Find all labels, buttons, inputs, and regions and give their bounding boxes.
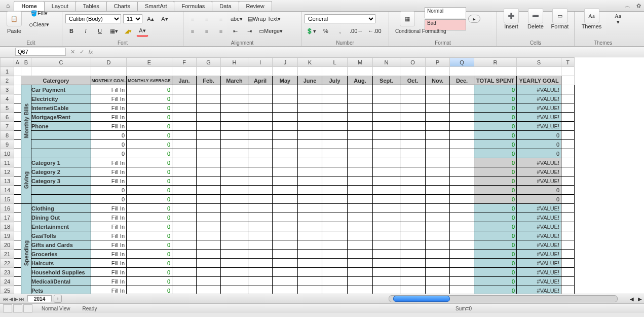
month-cell[interactable] — [322, 113, 348, 122]
yearly-goal[interactable]: 0 — [517, 186, 561, 195]
month-cell[interactable] — [248, 158, 273, 167]
month-cell[interactable] — [221, 149, 248, 158]
dec-decimal-button[interactable]: ←.00 — [366, 26, 383, 36]
month-cell[interactable] — [197, 250, 221, 259]
category-name[interactable]: Mortgage/Rent — [31, 113, 91, 122]
yearly-goal[interactable]: #VALUE! — [517, 158, 561, 167]
month-cell[interactable] — [221, 195, 248, 204]
align-mid-button[interactable]: ≡ — [201, 14, 213, 24]
font-color-button[interactable]: A▾ — [136, 26, 148, 37]
month-cell[interactable] — [450, 286, 474, 294]
month-cell[interactable] — [400, 222, 426, 231]
month-cell[interactable] — [400, 240, 426, 250]
month-cell[interactable] — [373, 186, 400, 195]
yearly-goal[interactable]: #VALUE! — [517, 277, 561, 286]
month-cell[interactable] — [221, 277, 248, 286]
month-cell[interactable] — [298, 149, 322, 158]
month-cell[interactable] — [450, 240, 474, 250]
month-cell[interactable] — [172, 85, 197, 94]
month-cell[interactable] — [450, 277, 474, 286]
month-cell[interactable] — [450, 103, 474, 113]
total-spent[interactable]: 0 — [474, 113, 517, 122]
month-cell[interactable] — [273, 259, 298, 268]
month-cell[interactable] — [400, 259, 426, 268]
category-name[interactable]: Groceries — [31, 250, 91, 259]
month-cell[interactable] — [248, 140, 273, 149]
row-header[interactable]: 5 — [1, 103, 14, 113]
month-cell[interactable] — [426, 277, 450, 286]
month-cell[interactable] — [248, 103, 273, 113]
month-cell[interactable] — [322, 186, 348, 195]
total-spent[interactable]: 0 — [474, 140, 517, 149]
month-cell[interactable] — [426, 286, 450, 294]
month-cell[interactable] — [426, 204, 450, 213]
monthly-goal[interactable]: Fill In — [91, 167, 127, 177]
monthly-avg[interactable]: 0 — [127, 250, 172, 259]
month-cell[interactable] — [221, 131, 248, 140]
month-cell[interactable] — [450, 140, 474, 149]
total-spent[interactable]: 0 — [474, 204, 517, 213]
row-header[interactable]: 10 — [1, 149, 14, 158]
month-cell[interactable] — [172, 231, 197, 240]
month-cell[interactable] — [450, 222, 474, 231]
row-header[interactable]: 13 — [1, 177, 14, 186]
month-cell[interactable] — [197, 195, 221, 204]
month-cell[interactable] — [172, 204, 197, 213]
total-spent[interactable]: 0 — [474, 213, 517, 222]
h-scrollbar[interactable] — [389, 295, 618, 302]
month-cell[interactable] — [322, 177, 348, 186]
month-cell[interactable] — [348, 103, 373, 113]
theme-fonts-button[interactable]: Aa▾ — [611, 13, 626, 25]
month-cell[interactable] — [221, 177, 248, 186]
month-cell[interactable] — [348, 186, 373, 195]
tab-formulas[interactable]: Formulas — [174, 1, 212, 11]
tab-tables[interactable]: Tables — [75, 1, 107, 11]
month-cell[interactable] — [172, 158, 197, 167]
month-cell[interactable] — [172, 177, 197, 186]
month-cell[interactable] — [322, 240, 348, 250]
month-cell[interactable] — [426, 268, 450, 277]
month-cell[interactable] — [248, 268, 273, 277]
month-cell[interactable] — [172, 167, 197, 177]
col-header[interactable]: Q — [450, 58, 474, 67]
monthly-goal[interactable]: Fill In — [91, 94, 127, 103]
total-spent[interactable]: 0 — [474, 94, 517, 103]
monthly-avg[interactable]: 0 — [127, 103, 172, 113]
align-center-button[interactable]: ≡ — [201, 26, 213, 36]
row-header[interactable]: 12 — [1, 167, 14, 177]
month-cell[interactable] — [248, 94, 273, 103]
monthly-avg[interactable]: 0 — [127, 113, 172, 122]
month-cell[interactable] — [400, 231, 426, 240]
monthly-goal[interactable]: Fill In — [91, 286, 127, 294]
month-cell[interactable] — [248, 149, 273, 158]
month-cell[interactable] — [248, 240, 273, 250]
total-spent[interactable]: 0 — [474, 259, 517, 268]
month-cell[interactable] — [172, 186, 197, 195]
scroll-left-icon[interactable]: ◀ — [628, 296, 636, 302]
inc-decimal-button[interactable]: .00→ — [348, 26, 364, 36]
total-spent[interactable]: 0 — [474, 240, 517, 250]
row-header[interactable]: 1 — [1, 67, 14, 76]
tab-review[interactable]: Review — [239, 1, 272, 11]
month-cell[interactable] — [197, 94, 221, 103]
month-cell[interactable] — [197, 158, 221, 167]
cond-format-button[interactable]: ▦ — [392, 11, 423, 26]
month-cell[interactable] — [197, 268, 221, 277]
month-cell[interactable] — [298, 204, 322, 213]
month-cell[interactable] — [400, 94, 426, 103]
month-cell[interactable] — [298, 213, 322, 222]
category-name[interactable]: Household Supplies — [31, 268, 91, 277]
month-cell[interactable] — [373, 277, 400, 286]
monthly-goal[interactable]: Fill In — [91, 277, 127, 286]
month-cell[interactable] — [221, 268, 248, 277]
month-cell[interactable] — [172, 268, 197, 277]
row-header[interactable]: 3 — [1, 85, 14, 94]
gear-icon[interactable]: ✿ — [633, 3, 644, 9]
month-cell[interactable] — [172, 122, 197, 131]
category-name[interactable]: Category 3 — [31, 177, 91, 186]
col-header[interactable]: D — [91, 58, 127, 67]
category-name[interactable]: Internet/Cable — [31, 103, 91, 113]
comma-button[interactable]: , — [334, 26, 346, 36]
month-cell[interactable] — [348, 195, 373, 204]
month-cell[interactable] — [273, 167, 298, 177]
